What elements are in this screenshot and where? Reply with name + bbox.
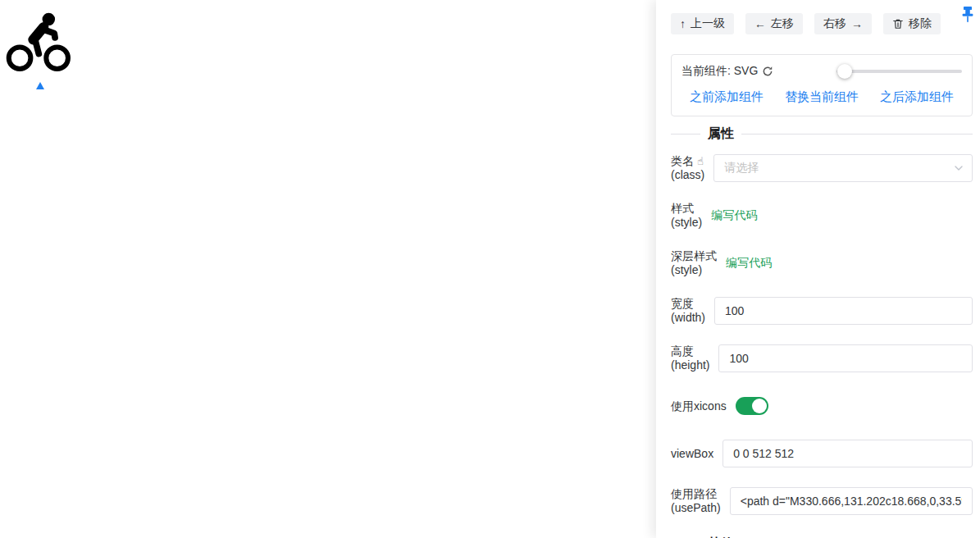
use-xicons-toggle[interactable] bbox=[736, 397, 768, 415]
viewbox-field-label: viewBox bbox=[671, 447, 713, 461]
usepath-input[interactable] bbox=[730, 487, 973, 515]
pin-panel-icon[interactable] bbox=[959, 5, 977, 25]
other-section-divider: 其他 bbox=[671, 535, 973, 538]
viewbox-input[interactable] bbox=[722, 440, 973, 467]
arrow-right-icon: → bbox=[851, 18, 863, 30]
style-field-label: 样式 (style) bbox=[671, 202, 702, 230]
slider-handle[interactable] bbox=[837, 64, 852, 79]
current-component-label: 当前组件: SVG bbox=[681, 64, 773, 79]
remove-label: 移除 bbox=[909, 16, 932, 31]
height-field-label: 高度 (height) bbox=[671, 344, 709, 372]
arrow-left-icon: ← bbox=[754, 18, 766, 30]
replace-component-link[interactable]: 替换当前组件 bbox=[785, 89, 859, 105]
selected-svg-component[interactable] bbox=[0, 0, 82, 82]
width-field-label: 宽度 (width) bbox=[671, 297, 705, 325]
height-field-row: 高度 (height) bbox=[671, 344, 973, 372]
class-field-row: 类名 ☝ (class) 请选择 bbox=[671, 154, 973, 182]
use-xicons-label: 使用xicons bbox=[671, 399, 727, 413]
move-left-button[interactable]: ← 左移 bbox=[745, 13, 803, 34]
refresh-icon[interactable] bbox=[762, 66, 773, 77]
add-after-link[interactable]: 之后添加组件 bbox=[880, 89, 954, 105]
editor-canvas[interactable] bbox=[0, 0, 656, 538]
class-select[interactable]: 请选择 bbox=[713, 154, 973, 182]
class-select-placeholder: 请选择 bbox=[724, 161, 954, 176]
add-before-link[interactable]: 之前添加组件 bbox=[690, 89, 763, 105]
slider-rail bbox=[836, 70, 962, 73]
usepath-field-row: 使用路径 (usePath) bbox=[671, 487, 973, 515]
style-field-row: 样式 (style) 编写代码 bbox=[671, 202, 973, 230]
class-field-label: 类名 ☝ (class) bbox=[671, 154, 704, 182]
current-component-card: 当前组件: SVG 之前添加组件 替换当前组件 之后添加组件 bbox=[671, 54, 973, 116]
width-input[interactable] bbox=[714, 297, 973, 325]
bicycle-icon bbox=[5, 7, 75, 77]
other-section-title: 其他 bbox=[708, 536, 734, 538]
properties-section-divider: 属性 bbox=[671, 125, 973, 143]
style-edit-code-link[interactable]: 编写代码 bbox=[711, 208, 757, 223]
move-left-label: 左移 bbox=[771, 16, 794, 31]
deep-style-field-row: 深层样式 (style) 编写代码 bbox=[671, 249, 973, 277]
use-xicons-field-row: 使用xicons bbox=[671, 392, 973, 420]
move-up-level-button[interactable]: ↑ 上一级 bbox=[671, 13, 734, 34]
trash-icon bbox=[892, 18, 904, 30]
deep-style-edit-code-link[interactable]: 编写代码 bbox=[726, 256, 772, 271]
move-up-level-label: 上一级 bbox=[691, 16, 725, 31]
toggle-knob bbox=[752, 399, 767, 413]
selection-indicator-triangle bbox=[36, 82, 44, 89]
component-toolbar: ↑ 上一级 ← 左移 右移 → 移除 bbox=[671, 13, 973, 34]
chevron-down-icon bbox=[954, 163, 964, 173]
component-slider[interactable] bbox=[836, 64, 962, 79]
pointer-hand-icon[interactable]: ☝ bbox=[697, 155, 704, 167]
property-panel: ↑ 上一级 ← 左移 右移 → 移除 当前组件: SVG bbox=[656, 0, 980, 538]
remove-button[interactable]: 移除 bbox=[883, 13, 941, 34]
move-right-button[interactable]: 右移 → bbox=[814, 13, 872, 34]
usepath-field-label: 使用路径 (usePath) bbox=[671, 487, 721, 515]
height-input[interactable] bbox=[718, 344, 973, 372]
deep-style-field-label: 深层样式 (style) bbox=[671, 249, 717, 277]
arrow-up-icon: ↑ bbox=[680, 18, 686, 30]
move-right-label: 右移 bbox=[823, 16, 846, 31]
properties-section-title: 属性 bbox=[708, 125, 734, 143]
viewbox-field-row: viewBox bbox=[671, 440, 973, 467]
width-field-row: 宽度 (width) bbox=[671, 297, 973, 325]
